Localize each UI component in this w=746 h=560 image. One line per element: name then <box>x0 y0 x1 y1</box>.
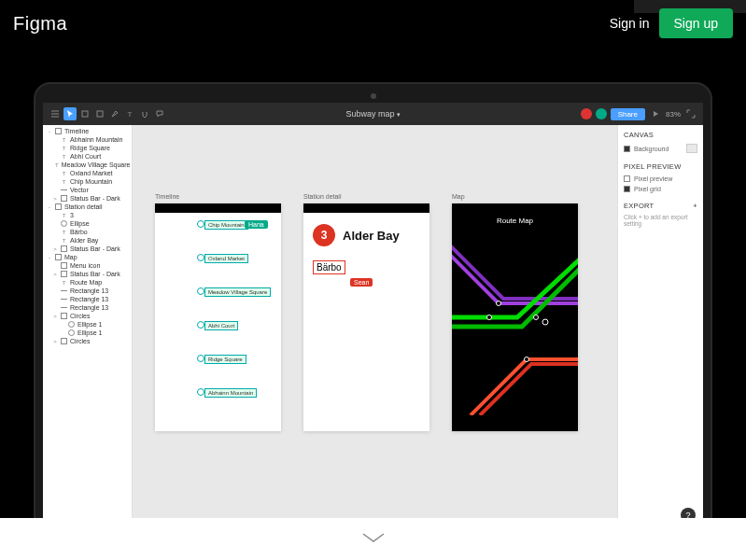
layer-row[interactable]: -Map <box>43 253 132 261</box>
layers-panel[interactable]: -TimelineAbhainn MountainRidge SquareAbh… <box>43 125 133 530</box>
text-tool-icon[interactable]: T <box>123 107 136 120</box>
user-cursor-tag: Hana <box>245 220 268 229</box>
timeline-station: Chip Mountain <box>204 220 248 230</box>
share-button[interactable]: Share <box>611 108 645 120</box>
expand-icon[interactable]: > <box>52 272 58 277</box>
layer-row[interactable]: Menu icon <box>43 261 132 270</box>
timeline-station: Meadow Village Square <box>204 287 271 297</box>
signin-link[interactable]: Sign in <box>610 16 650 31</box>
layer-label: Chip Mountain <box>70 178 112 185</box>
expand-icon[interactable]: > <box>52 246 58 252</box>
camera-dot <box>371 93 376 99</box>
pixel-preview-row[interactable]: Pixel preview <box>624 174 697 184</box>
text-icon <box>61 229 67 235</box>
pixel-grid-row[interactable]: Pixel grid <box>624 184 697 194</box>
layer-row[interactable]: >Circles <box>43 312 132 320</box>
toolbar-right: Share 83% <box>581 107 697 120</box>
layer-row[interactable]: >Status Bar - Dark <box>43 194 132 203</box>
layer-label: Alder Bay <box>70 237 98 244</box>
svg-point-6 <box>525 357 529 362</box>
timeline-station: Abhainn Mountain <box>204 388 257 398</box>
layer-row[interactable]: >Status Bar - Dark <box>43 270 132 278</box>
layer-label: Status Bar - Dark <box>70 271 120 277</box>
artboard-timeline[interactable]: Timeline Chip MountainOxland MarketMeado… <box>155 203 281 431</box>
svg-point-4 <box>534 315 539 320</box>
app-toolbar: T Subway map ▾ Share 83% <box>43 103 703 125</box>
layer-label: Abhi Court <box>70 153 101 160</box>
layer-row[interactable]: Route Map <box>43 278 132 287</box>
station-name-text: Alder Bay <box>343 229 400 243</box>
chevron-down-icon[interactable] <box>359 530 387 549</box>
text-icon <box>61 153 67 160</box>
artboard-route-map[interactable]: Map Route Map <box>452 203 578 431</box>
expand-icon[interactable]: - <box>47 255 52 260</box>
hand-tool-icon[interactable] <box>138 107 151 120</box>
background-row[interactable]: Background <box>624 142 697 155</box>
checkbox-icon[interactable] <box>624 186 630 192</box>
checkbox-icon[interactable] <box>624 146 630 152</box>
layer-row[interactable]: >Status Bar - Dark <box>43 245 132 253</box>
signup-button[interactable]: Sign up <box>659 8 733 38</box>
layer-row[interactable]: Chip Mountain <box>43 177 132 186</box>
layer-row[interactable]: Ridge Square <box>43 144 132 152</box>
timeline-station: Abhi Court <box>204 321 238 330</box>
checkbox-icon[interactable] <box>624 175 630 182</box>
layer-row[interactable]: >Circles <box>43 337 132 345</box>
layer-row[interactable]: Meadow Village Square <box>43 161 132 169</box>
layer-row[interactable]: Alder Bay <box>43 236 132 245</box>
svg-point-3 <box>487 315 492 320</box>
pixel-preview-label: Pixel preview <box>634 175 672 182</box>
layer-row[interactable]: Oxland Market <box>43 169 132 177</box>
play-icon[interactable] <box>649 107 662 120</box>
pixel-grid-label: Pixel grid <box>634 186 661 192</box>
layer-row[interactable]: Rectangle 13 <box>43 295 132 303</box>
figma-logo[interactable]: Figma <box>13 13 67 35</box>
comment-tool-icon[interactable] <box>153 107 166 120</box>
layer-row[interactable]: Vector <box>43 186 132 194</box>
properties-panel[interactable]: CANVAS Background PIXEL PREVIEW Pixel pr… <box>617 125 703 530</box>
move-tool-icon[interactable] <box>63 107 77 120</box>
shape-tool-icon[interactable] <box>93 107 106 120</box>
ellipse-icon <box>68 321 75 328</box>
expand-icon[interactable]: > <box>52 314 58 319</box>
layer-row[interactable]: Abhi Court <box>43 152 132 161</box>
file-name[interactable]: Subway map ▾ <box>168 109 579 119</box>
avatar-1[interactable] <box>581 108 592 119</box>
sub-station-selected[interactable]: Bärbo <box>313 260 345 274</box>
expand-icon[interactable]: - <box>47 129 52 134</box>
layer-row[interactable]: Ellipse 1 <box>43 320 132 329</box>
canvas[interactable]: Timeline Chip MountainOxland MarketMeado… <box>133 125 617 530</box>
expand-icon[interactable]: > <box>52 339 58 344</box>
layer-row[interactable]: Bärbo <box>43 228 132 236</box>
avatar-2[interactable] <box>596 108 607 119</box>
expand-icon[interactable] <box>684 107 697 120</box>
text-icon <box>55 161 59 168</box>
layer-row[interactable]: Ellipse 1 <box>43 329 132 337</box>
timeline-station: Oxland Market <box>204 254 248 263</box>
artboard-station-detail[interactable]: Station detail 3 Alder Bay Bärbo Sean <box>303 203 429 431</box>
expand-icon[interactable]: - <box>47 204 52 210</box>
color-swatch[interactable] <box>686 144 697 153</box>
layer-row[interactable]: -Timeline <box>43 127 132 135</box>
timeline-dot <box>197 321 204 329</box>
layer-row[interactable]: Ellipse <box>43 219 132 228</box>
layer-row[interactable]: Abhainn Mountain <box>43 135 132 144</box>
menu-tool-icon[interactable] <box>49 107 62 120</box>
frame-icon <box>61 338 67 344</box>
pen-tool-icon[interactable] <box>108 107 121 120</box>
add-export-icon[interactable]: + <box>693 202 697 210</box>
artboard-label: Station detail <box>303 193 341 200</box>
expand-icon[interactable]: > <box>52 196 58 202</box>
layer-label: Abhainn Mountain <box>70 136 122 143</box>
frame-tool-icon[interactable] <box>78 107 91 120</box>
frame-icon <box>61 262 67 269</box>
layer-row[interactable]: Rectangle 13 <box>43 303 132 312</box>
layer-row[interactable]: Rectangle 13 <box>43 287 132 295</box>
layer-row[interactable]: -Station detail <box>43 203 132 211</box>
background-label: Background <box>634 146 669 152</box>
status-bar-dark <box>303 203 429 213</box>
frame-icon <box>55 203 62 210</box>
layer-row[interactable]: 3 <box>43 211 132 219</box>
zoom-level[interactable]: 83% <box>666 110 681 119</box>
layer-label: Rectangle 13 <box>70 304 108 311</box>
